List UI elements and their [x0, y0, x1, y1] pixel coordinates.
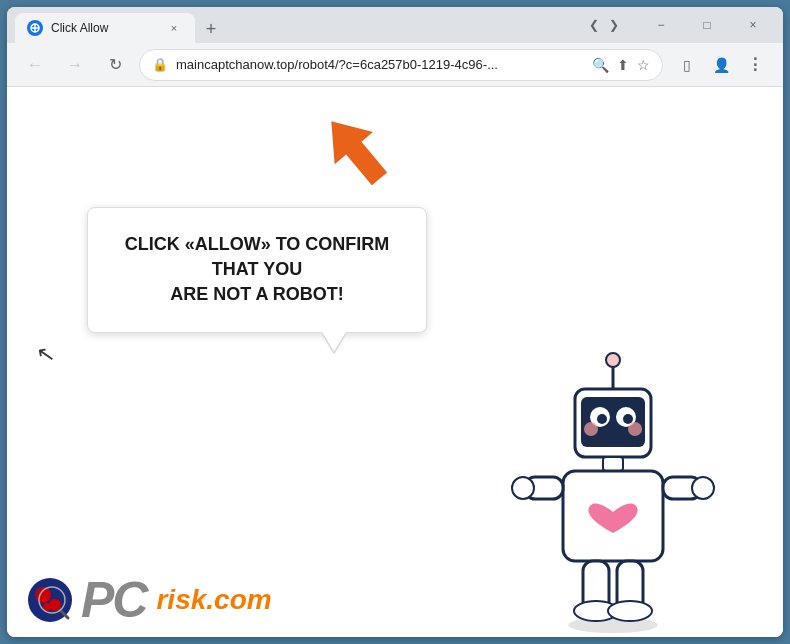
maximize-button[interactable]: □ [685, 7, 729, 43]
svg-point-7 [606, 353, 620, 367]
close-button[interactable]: × [731, 7, 775, 43]
captcha-message: CLICK «ALLOW» TO CONFIRM THAT YOU ARE NO… [116, 232, 398, 308]
extensions-button[interactable]: ▯ [671, 49, 703, 81]
pcrisk-logo: PC risk.com [81, 575, 272, 625]
window-controls: − □ × [639, 7, 775, 43]
watermark: PC risk.com [27, 575, 272, 625]
svg-point-21 [692, 477, 714, 499]
svg-rect-16 [603, 457, 623, 471]
arrow-indicator [317, 107, 397, 201]
mouse-cursor: ↖ [35, 341, 57, 370]
svg-point-15 [628, 422, 642, 436]
new-tab-button[interactable]: + [197, 15, 225, 43]
forward-button[interactable]: → [59, 49, 91, 81]
menu-button[interactable]: ⋮ [739, 49, 771, 81]
share-icon[interactable]: ⬆ [617, 57, 629, 73]
svg-marker-4 [317, 107, 397, 195]
tab-close-button[interactable]: × [165, 19, 183, 37]
address-bar[interactable]: 🔒 maincaptchanow.top/robot4/?c=6ca257b0-… [139, 49, 663, 81]
nav-actions: ▯ 👤 ⋮ [671, 49, 771, 81]
title-bar: Click Allow × + ❮ ❯ − □ × [7, 7, 783, 43]
robot-illustration [503, 347, 723, 627]
tab-area: Click Allow × + [15, 7, 581, 43]
lock-icon: 🔒 [152, 57, 168, 72]
svg-point-19 [512, 477, 534, 499]
svg-rect-9 [581, 397, 645, 447]
speech-bubble: CLICK «ALLOW» TO CONFIRM THAT YOU ARE NO… [87, 207, 427, 333]
browser-window: Click Allow × + ❮ ❯ − □ × ← → ↻ 🔒 mainca… [7, 7, 783, 637]
tab-strip-chevron-right[interactable]: ❯ [605, 16, 623, 34]
profile-button[interactable]: 👤 [705, 49, 737, 81]
tab-favicon [27, 20, 43, 36]
search-icon[interactable]: 🔍 [592, 57, 609, 73]
tab-strip-chevron-left[interactable]: ❮ [585, 16, 603, 34]
tab-title: Click Allow [51, 21, 157, 35]
svg-point-12 [597, 414, 607, 424]
nav-bar: ← → ↻ 🔒 maincaptchanow.top/robot4/?c=6ca… [7, 43, 783, 87]
svg-point-25 [608, 601, 652, 621]
page-content: CLICK «ALLOW» TO CONFIRM THAT YOU ARE NO… [7, 87, 783, 637]
svg-point-13 [623, 414, 633, 424]
active-tab[interactable]: Click Allow × [15, 13, 195, 43]
minimize-button[interactable]: − [639, 7, 683, 43]
back-button[interactable]: ← [19, 49, 51, 81]
bookmark-icon[interactable]: ☆ [637, 57, 650, 73]
url-text: maincaptchanow.top/robot4/?c=6ca257b0-12… [176, 57, 584, 72]
svg-point-14 [584, 422, 598, 436]
reload-button[interactable]: ↻ [99, 49, 131, 81]
